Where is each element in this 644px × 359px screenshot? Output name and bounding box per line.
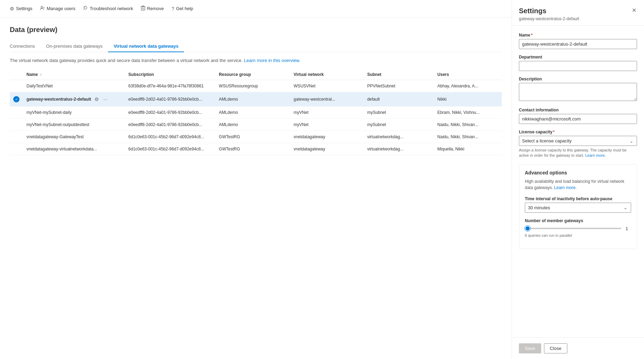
save-button[interactable]: Save [519,343,541,353]
name-input[interactable] [519,39,637,49]
table-row[interactable]: ✓ gateway-westcentralus-2-default ⚙ ··· … [10,92,502,107]
row-resource-group-cell: WSUSResouregroup [215,80,290,92]
svg-rect-1 [141,7,145,10]
row-subscription-cell: 6d1c0e63-001c-45b2-96d7-d092e94c8... [125,143,215,155]
svg-point-0 [41,6,43,8]
row-resource-group-cell: AMLdemo [215,92,290,107]
settings-icon: ⚙ [10,6,14,11]
toolbar-get-help-label: Get help [176,6,193,11]
help-icon: ? [171,6,174,11]
license-hint: Assign a license capacity to this gatewa… [519,148,637,158]
table-row[interactable]: DailyTestVNet63f38d0e-df7e-464a-981e-47f… [10,80,502,92]
contact-field-group: Contact information [519,108,637,124]
member-gateways-slider[interactable] [525,228,621,229]
toolbar-troubleshoot-label: Troubleshoot network [90,6,133,11]
tabs-container: Connections On-premises data gateways Vi… [10,41,502,52]
toolbar-settings[interactable]: ⚙ Settings [7,5,35,13]
panel-close-button[interactable]: ✕ [631,7,637,14]
table-row[interactable]: myVNet-mySubnet-outputdestteste0eedff8-2… [10,119,502,131]
page-title: Data (preview) [10,26,502,34]
remove-icon [141,6,145,11]
row-subnet-cell: virtualnetworkdag... [364,131,434,143]
gateways-table: Name ↑ Subscription Resource group Virtu… [10,69,502,155]
row-virtual-network-cell: myVNet [290,107,364,119]
row-subnet-cell: PPVNetSubnet [364,80,434,92]
toolbar-manage-users[interactable]: Manage users [37,4,78,13]
slider-container: 1 [525,226,631,231]
row-status-cell [10,107,23,119]
row-status-cell [10,119,23,131]
row-subnet-cell: default [364,92,434,107]
row-subnet-cell: virtualnetworkdag... [364,143,434,155]
row-settings-icon[interactable]: ⚙ [94,96,100,103]
advanced-desc: High availability and load balancing for… [525,178,631,191]
department-label: Department [519,55,637,60]
row-virtual-network-cell: myVNet [290,119,364,131]
license-field-group: License capacity* Select a license capac… [519,130,637,158]
panel-title: Settings [519,7,579,15]
tab-virtual-network[interactable]: Virtual network data gateways [108,41,184,52]
toolbar-get-help[interactable]: ? Get help [169,5,196,13]
troubleshoot-icon [83,6,88,11]
toolbar-remove[interactable]: Remove [138,4,167,13]
row-users-cell: Abhay, Alexandra, A... [434,80,502,92]
row-virtual-network-cell: WSUSVNet [290,80,364,92]
table-row[interactable]: myVNet-mySubnet-dailye0eedff8-2d02-4a01-… [10,107,502,119]
advanced-learn-more-link[interactable]: Learn more. [554,185,577,190]
row-users-cell: Naidu, Nikki, Shivan... [434,119,502,131]
description-field-group: Description [519,77,637,102]
license-learn-more-link[interactable]: Learn more. [585,153,606,157]
row-status-cell [10,80,23,92]
time-interval-select[interactable]: 10 minutes 20 minutes 30 minutes 60 minu… [525,203,631,213]
tab-connections[interactable]: Connections [10,41,40,52]
table-row[interactable]: vnetdatagateway-virtualnetworkdata...6d1… [10,143,502,155]
col-subnet: Subnet [364,69,434,80]
department-input[interactable] [519,61,637,71]
col-subscription: Subscription [125,69,215,80]
row-resource-group-cell: GWTestRG [215,143,290,155]
row-subscription-cell: e0eedff8-2d02-4a01-9786-92bb0e0cb... [125,92,215,107]
row-virtual-network-cell: vnetdatagateway [290,143,364,155]
license-select[interactable]: Select a license capacity [519,136,637,146]
active-icon: ✓ [13,96,20,102]
row-name-cell: myVNet-mySubnet-outputdesttest [23,119,125,131]
toolbar-settings-label: Settings [16,6,32,11]
row-users-cell: Nikki [434,92,502,107]
time-interval-field-group: Time interval of inactivity before auto-… [525,196,631,213]
row-subscription-cell: 6d1c0e63-001c-45b2-96d7-d092e94c8... [125,131,215,143]
row-name-cell: DailyTestVNet [23,80,125,92]
col-name: Name ↑ [23,69,125,80]
row-subnet-cell: mySubnet [364,119,434,131]
license-select-wrapper: Select a license capacity [519,136,637,146]
col-users: Users [434,69,502,80]
toolbar: ⚙ Settings Manage users Troubles [0,0,512,17]
row-resource-group-cell: AMLdemo [215,119,290,131]
col-status [10,69,23,80]
row-users-cell: Miquella, Nikki [434,143,502,155]
table-row[interactable]: vnetdatagateway-GatewayTest6d1c0e63-001c… [10,131,502,143]
toolbar-troubleshoot-network[interactable]: Troubleshoot network [80,4,136,13]
row-name-cell: vnetdatagateway-GatewayTest [23,131,125,143]
time-interval-select-wrapper: 10 minutes 20 minutes 30 minutes 60 minu… [525,203,631,213]
row-resource-group-cell: AMLdemo [215,107,290,119]
row-status-cell [10,131,23,143]
row-subscription-cell: e0eedff8-2d02-4a01-9786-92bb0e0cb... [125,107,215,119]
sort-icon: ↑ [40,73,42,77]
settings-panel: Settings gateway-westcentralus-2-default… [512,0,644,359]
close-button[interactable]: Close [544,343,567,353]
row-name-cell: myVNet-mySubnet-daily [23,107,125,119]
col-resource-group: Resource group [215,69,290,80]
row-users-cell: Naidu, Nikki, Shivan... [434,131,502,143]
contact-label: Contact information [519,108,637,112]
learn-more-link[interactable]: Learn more in this overview. [244,58,300,63]
row-subscription-cell: e0eedff8-2d02-4a01-9786-92bb0e0cb... [125,119,215,131]
tab-on-premises[interactable]: On-premises data gateways [40,41,108,52]
toolbar-remove-label: Remove [147,6,164,11]
col-virtual-network: Virtual network [290,69,364,80]
row-more-icon[interactable]: ··· [102,96,108,103]
description-textarea[interactable] [519,83,637,101]
toolbar-manage-users-label: Manage users [47,6,75,11]
contact-input[interactable] [519,114,637,124]
time-interval-label: Time interval of inactivity before auto-… [525,196,631,201]
row-virtual-network-cell: gateway-westcentral... [290,92,364,107]
